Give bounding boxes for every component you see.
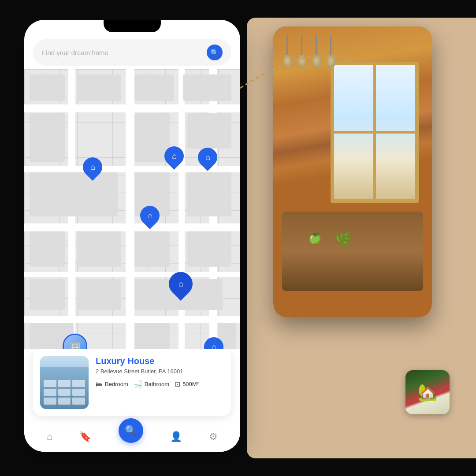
bedroom-feature: 🛏 Bedroom — [96, 380, 128, 388]
map-block — [134, 323, 170, 349]
house-icon-6: ⌂ — [205, 153, 210, 162]
nav-bookmark[interactable]: 🔖 — [79, 431, 91, 443]
property-image — [40, 356, 89, 409]
bed-icon: 🛏 — [96, 380, 103, 388]
property-card[interactable]: Luxury House 2 Bellevue Street Butler, P… — [33, 349, 231, 416]
road-v2 — [126, 69, 134, 349]
nav-home[interactable]: ⌂ — [47, 431, 52, 443]
search-placeholder: Find your dream home — [42, 49, 108, 56]
size-icon: ⊡ — [175, 380, 180, 388]
map-block — [30, 231, 65, 267]
house-icon-3: ⌂ — [148, 211, 152, 220]
house-icon-2: ⌂ — [172, 152, 177, 161]
house-icon-1: ⌂ — [90, 163, 95, 172]
phone-notch — [104, 20, 161, 32]
map-block — [30, 74, 65, 101]
map-pin-2[interactable]: ⌂ — [164, 146, 184, 166]
bedroom-label: Bedroom — [105, 381, 128, 387]
map-pin-6[interactable]: ⌂ — [198, 148, 217, 167]
map-pin-5[interactable]: ⌂ — [204, 337, 223, 349]
photo-pin-image: 🏢 — [64, 335, 86, 349]
pin-body-3: ⌂ — [136, 202, 164, 229]
interior-table — [282, 212, 423, 291]
pendant-light-3 — [316, 35, 317, 62]
bottom-navigation: ⌂ 🔖 🔍 👤 ⚙ — [24, 425, 240, 452]
map-block — [77, 74, 121, 101]
pendant-light-4 — [330, 35, 331, 62]
search-center-icon: 🔍 — [125, 425, 137, 436]
pendant-light-2 — [301, 35, 302, 62]
interior-lights — [286, 35, 331, 62]
map-block — [30, 113, 65, 162]
map-block — [187, 172, 231, 216]
map-block — [30, 279, 65, 310]
bath-icon: 🛁 — [134, 380, 142, 388]
bathroom-feature: 🛁 Bathroom — [134, 380, 169, 388]
phone-mockup: Find your dream home 🔍 — [24, 20, 240, 452]
profile-icon: 👤 — [170, 431, 182, 443]
map-photo-pin[interactable]: 🏢 — [63, 334, 87, 349]
size-feature: ⊡ 500M² — [175, 380, 199, 388]
house-icon-5: ⌂ — [212, 342, 216, 350]
search-button[interactable]: 🔍 — [207, 45, 223, 60]
property-title[interactable]: Luxury House — [96, 356, 224, 366]
pin-body-2: ⌂ — [160, 142, 188, 170]
house-icon-4: ⌂ — [178, 279, 183, 289]
home-icon: ⌂ — [47, 431, 52, 443]
map-view[interactable]: ⌂ ⌂ ⌂ ⌂ ⌂ 🏢 — [24, 69, 240, 349]
pendant-light-1 — [286, 35, 288, 62]
map-pin-4[interactable]: ⌂ — [169, 272, 193, 296]
nav-settings[interactable]: ⚙ — [209, 431, 218, 443]
map-pin-1[interactable]: ⌂ — [83, 157, 102, 177]
map-block — [77, 231, 121, 267]
size-label: 500M² — [182, 381, 199, 387]
settings-icon: ⚙ — [209, 431, 218, 443]
map-block — [134, 231, 170, 267]
house-thumb-image: 🏡 — [405, 370, 450, 414]
interior-window — [331, 62, 419, 203]
map-block — [30, 172, 118, 216]
interior-plants: 🌿 — [335, 231, 351, 247]
map-block — [77, 279, 121, 310]
map-block — [134, 74, 174, 101]
interior-fruits: 🍏 — [309, 232, 322, 245]
map-block — [183, 74, 231, 101]
search-bar[interactable]: Find your dream home 🔍 — [33, 39, 231, 66]
house-thumbnail[interactable]: 🏡 — [405, 370, 450, 414]
pin-body-4: ⌂ — [164, 267, 197, 301]
property-address: 2 Bellevue Street Butler, PA 16001 — [96, 368, 224, 375]
map-block — [187, 231, 231, 267]
interior-photo-card: 🌿 🍏 — [273, 26, 432, 317]
property-info: Luxury House 2 Bellevue Street Butler, P… — [96, 356, 224, 388]
nav-search-center[interactable]: 🔍 — [119, 418, 143, 443]
map-pin-3[interactable]: ⌂ — [140, 206, 160, 225]
pin-body-6: ⌂ — [194, 144, 221, 171]
bookmark-icon: 🔖 — [79, 431, 91, 443]
bathroom-label: Bathroom — [145, 381, 169, 387]
map-block — [187, 113, 231, 149]
pin-body-1: ⌂ — [79, 153, 106, 181]
property-windows — [44, 380, 85, 405]
nav-profile[interactable]: 👤 — [170, 431, 182, 443]
search-icon: 🔍 — [210, 48, 219, 57]
property-features: 🛏 Bedroom 🛁 Bathroom ⊡ 500M² — [96, 380, 224, 388]
interior-photo: 🌿 🍏 — [273, 26, 432, 317]
